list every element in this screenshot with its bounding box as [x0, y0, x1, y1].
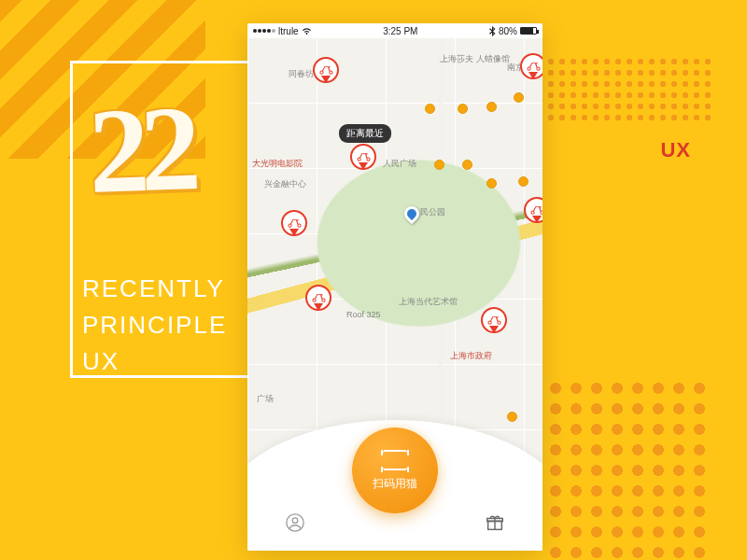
battery-pct: 80% [499, 26, 517, 36]
bike-pin[interactable] [281, 210, 307, 236]
poi-label: 上海当代艺术馆 [399, 296, 458, 308]
title-line: UX [82, 343, 227, 380]
map-coin[interactable] [462, 160, 472, 170]
dots-grid-top [545, 56, 713, 126]
title-block: RECENTLY PRINCIPLE UX [82, 271, 227, 380]
map-coin[interactable] [486, 102, 497, 112]
user-icon [285, 512, 305, 533]
map-coin[interactable] [458, 104, 468, 114]
bike-pin[interactable] [520, 53, 543, 79]
poi-label: 大光明电影院 [252, 158, 303, 170]
bike-pin[interactable] [524, 197, 543, 223]
user-location-pin [402, 203, 423, 225]
scan-button-label: 扫码用猫 [373, 476, 417, 492]
poi-label: 同春坊 [289, 68, 314, 80]
carrier-label: ltrule [278, 26, 299, 36]
dots-grid-bottom [545, 378, 713, 560]
svg-point-1 [292, 518, 298, 524]
signal-icon [253, 29, 275, 33]
map-coin[interactable] [514, 92, 524, 103]
map-coin[interactable] [507, 412, 517, 422]
map-coin[interactable] [518, 176, 529, 187]
poi-label: 广场 [257, 393, 274, 405]
battery-icon [520, 27, 537, 35]
poi-label: 上海莎夫 人蜡像馆 [440, 55, 510, 64]
nearest-tooltip: 距离最近 [339, 124, 391, 143]
scan-button[interactable]: 扫码用猫 [352, 427, 438, 513]
bike-pin[interactable] [305, 285, 331, 311]
big-number: 22 [87, 87, 193, 212]
poi-label: 人民广场 [383, 158, 416, 170]
title-line: RECENTLY [82, 271, 227, 307]
status-bar: ltrule 3:25 PM 80% [247, 23, 543, 38]
profile-button[interactable] [285, 512, 305, 537]
status-time: 3:25 PM [383, 26, 417, 36]
gift-button[interactable] [485, 512, 505, 537]
gift-icon [485, 512, 505, 533]
title-line: PRINCIPLE [82, 307, 227, 343]
bike-pin[interactable] [481, 307, 507, 333]
map-coin[interactable] [486, 178, 497, 189]
bluetooth-icon [489, 26, 496, 36]
map-canvas[interactable]: 同春坊 上海莎夫 人蜡像馆 南京东路 鸿浦苑 大光明电影院 人民广场 兴金融中心… [247, 38, 543, 551]
poi-label: 兴金融中心 [264, 178, 306, 190]
wifi-icon [302, 27, 312, 35]
poi-label: 民公园 [420, 206, 445, 218]
scan-icon [383, 450, 407, 470]
map-coin[interactable] [434, 160, 444, 170]
poi-label: 上海市政府 [450, 350, 492, 362]
ux-label: UX [660, 138, 691, 162]
poi-label: Roof 325 [346, 310, 381, 319]
bike-pin[interactable] [350, 144, 376, 170]
map-coin[interactable] [425, 104, 435, 114]
bike-pin[interactable] [313, 57, 339, 83]
phone-mockup: ltrule 3:25 PM 80% 同春坊 上海莎夫 人蜡像馆 南京东路 鸿浦… [247, 23, 543, 551]
